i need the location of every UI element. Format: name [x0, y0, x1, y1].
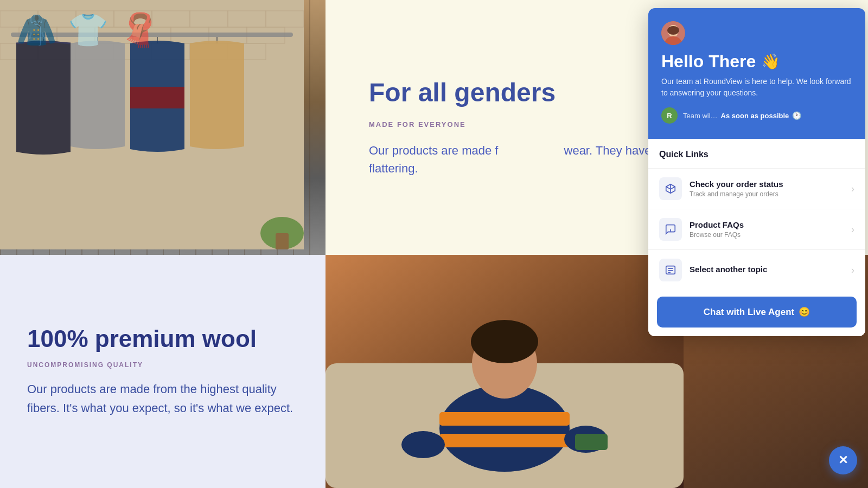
chat-live-agent-button[interactable]: Chat with Live Agent 😊: [657, 297, 857, 328]
clothing-image: [0, 0, 326, 255]
faqs-desc: Browse our FAQs: [690, 231, 851, 239]
order-icon-box: [659, 177, 682, 200]
close-chat-button[interactable]: ✕: [829, 446, 857, 474]
chat-header: Hello There 👋 Our team at RoundView is h…: [648, 8, 865, 139]
svg-point-40: [471, 320, 538, 363]
svg-rect-27: [130, 87, 184, 108]
svg-rect-30: [276, 233, 289, 249]
faqs-text: Product FAQs Browse our FAQs: [690, 220, 851, 239]
wool-description: Our products are made from the highest q…: [27, 380, 298, 418]
svg-rect-10: [57, 27, 95, 43]
svg-rect-23: [11, 33, 293, 37]
message-question-icon: [665, 223, 676, 235]
availability-text: As soon as possible: [721, 112, 789, 120]
svg-point-37: [401, 431, 445, 458]
order-chevron-icon: ›: [851, 183, 854, 195]
chat-widget: Hello There 👋 Our team at RoundView is h…: [648, 8, 865, 336]
team-status-text: Team wil… As soon as possible 🕐: [683, 111, 801, 120]
topic-title: Select another topic: [690, 265, 851, 274]
quick-links-section: Quick Links Check your order status Trac…: [648, 139, 865, 290]
wool-subtitle: UNCOMPROMISING QUALITY: [27, 361, 298, 369]
svg-rect-3: [76, 11, 114, 27]
order-status-title: Check your order status: [690, 179, 851, 189]
faqs-icon-box: [659, 218, 682, 241]
team-name: Team wil…: [683, 112, 718, 120]
svg-rect-12: [133, 27, 171, 43]
faqs-title: Product FAQs: [690, 220, 851, 229]
svg-rect-11: [95, 27, 133, 43]
wool-section: 100% premium wool UNCOMPROMISING QUALITY…: [0, 255, 326, 488]
svg-rect-35: [439, 412, 570, 426]
team-badge: R: [661, 107, 678, 124]
select-topic-link[interactable]: Select another topic ›: [648, 249, 865, 290]
svg-rect-9: [19, 27, 57, 43]
order-status-desc: Track and manage your orders: [690, 190, 851, 198]
svg-rect-4: [114, 11, 152, 27]
topic-chevron-icon: ›: [851, 265, 854, 276]
svg-point-45: [667, 26, 679, 35]
topic-icon-box: [659, 259, 682, 281]
chat-live-agent-label: Chat with Live Agent: [704, 307, 795, 318]
wool-heading: 100% premium wool: [27, 325, 298, 352]
chat-cta-section: Chat with Live Agent 😊: [648, 290, 865, 336]
order-status-text: Check your order status Track and manage…: [690, 179, 851, 198]
team-status: R Team wil… As soon as possible 🕐: [661, 107, 852, 124]
chat-cta-emoji: 😊: [799, 306, 810, 318]
close-icon: ✕: [838, 453, 848, 467]
chat-subtitle: Our team at RoundView is here to help. W…: [661, 76, 852, 99]
list-icon: [665, 264, 676, 276]
svg-rect-36: [439, 434, 570, 447]
topic-text: Select another topic: [690, 265, 851, 275]
svg-rect-41: [575, 434, 608, 450]
wave-emoji: 👋: [761, 53, 780, 70]
clock-icon: 🕐: [792, 111, 801, 120]
box-icon: [665, 183, 676, 195]
faqs-chevron-icon: ›: [851, 224, 854, 235]
svg-rect-2: [38, 11, 76, 27]
quick-links-title: Quick Links: [648, 150, 865, 168]
chat-title: Hello There: [661, 52, 756, 72]
product-faqs-link[interactable]: Product FAQs Browse our FAQs ›: [648, 209, 865, 249]
order-status-link[interactable]: Check your order status Track and manage…: [648, 168, 865, 209]
agent-avatar: [661, 21, 685, 45]
